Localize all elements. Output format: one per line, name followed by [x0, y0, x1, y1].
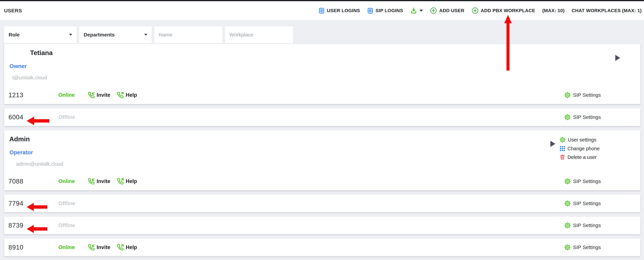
- gear-icon: [564, 244, 571, 251]
- gear-icon: [564, 114, 571, 120]
- chevron-down-icon: [420, 10, 423, 12]
- sip-logins-button[interactable]: SIP LOGINS: [367, 7, 403, 14]
- user-card-8910: 8910 Online Invite: [4, 239, 640, 256]
- user-logins-button[interactable]: USER LOGINS: [318, 7, 360, 14]
- gear-icon: [560, 137, 566, 143]
- pbx-workplace-max-label: (MAX: 10): [542, 8, 564, 13]
- sip-settings-button[interactable]: SIP Settings: [564, 244, 601, 251]
- departments-filter-label: Departments: [84, 32, 114, 38]
- workplace-filter-input[interactable]: [225, 26, 293, 43]
- change-phone-label: Change phone: [568, 146, 600, 151]
- sip-settings-button[interactable]: SIP Settings: [564, 222, 601, 229]
- user-role-link[interactable]: Operator: [10, 149, 33, 156]
- help-label: Help: [126, 244, 137, 250]
- export-download-button[interactable]: [410, 7, 423, 14]
- sip-settings-button[interactable]: SIP Settings: [564, 178, 601, 185]
- extension-row: 8910 Online Invite: [4, 239, 640, 256]
- invite-label: Invite: [97, 178, 110, 184]
- document-list-icon: [367, 7, 373, 14]
- chevron-down-icon: [69, 34, 72, 36]
- departments-filter-select[interactable]: Departments: [79, 26, 152, 43]
- phone-incoming-icon: [88, 244, 94, 251]
- status-badge: Offline: [58, 114, 75, 120]
- topbar: USERS USER LOGINS: [0, 1, 644, 20]
- phone-outgoing-icon: [117, 178, 124, 185]
- sip-settings-button[interactable]: SIP Settings: [564, 114, 601, 120]
- user-name: Admin: [9, 135, 30, 143]
- chevron-down-icon: [144, 34, 147, 36]
- invite-label: Invite: [97, 92, 110, 98]
- download-icon: [410, 7, 417, 14]
- window-top-edge: [0, 0, 644, 1]
- add-user-button[interactable]: ADD USER: [430, 7, 464, 14]
- extension-row: 7794 Offline SIP Settings: [4, 195, 640, 212]
- name-filter-input[interactable]: [154, 26, 222, 43]
- user-logins-label: USER LOGINS: [327, 8, 360, 13]
- phone-outgoing-icon: [117, 92, 124, 98]
- sip-settings-label: SIP Settings: [573, 114, 601, 120]
- user-card-7794: 7794 Offline SIP Settings: [4, 195, 640, 212]
- sip-settings-label: SIP Settings: [573, 92, 601, 98]
- help-call-button[interactable]: Help: [117, 92, 137, 98]
- expand-play-icon[interactable]: [615, 55, 620, 61]
- status-badge: Online: [58, 92, 75, 98]
- extension-row: 8739 Offline SIP Settings: [4, 217, 640, 234]
- extension-number: 8910: [8, 244, 24, 251]
- extension-number: 6004: [8, 114, 24, 121]
- gear-icon: [564, 200, 571, 207]
- status-badge: Offline: [58, 222, 75, 229]
- phone-incoming-icon: [88, 92, 94, 98]
- trash-icon: [560, 154, 565, 160]
- add-pbx-workplace-button[interactable]: ADD PBX WORKPLACE: [472, 7, 535, 14]
- user-settings-label: User settings: [568, 137, 596, 143]
- users-list: Tetiana Owner t@unitalk.cloud 1213 Onlin…: [0, 43, 644, 256]
- delete-user-menu-item[interactable]: Delete a user: [560, 154, 600, 160]
- user-card-tetiana: Tetiana Owner t@unitalk.cloud 1213 Onlin…: [4, 44, 640, 104]
- extension-row: 7088 Online Invite: [4, 174, 640, 188]
- sip-settings-label: SIP Settings: [573, 201, 601, 206]
- change-phone-menu-item[interactable]: Change phone: [560, 146, 600, 151]
- user-settings-menu-item[interactable]: User settings: [560, 137, 600, 143]
- extension-number: 7794: [8, 200, 24, 207]
- invite-call-button[interactable]: Invite: [88, 244, 110, 251]
- user-email: t@unitalk.cloud: [12, 75, 47, 80]
- keypad-grid-icon: [560, 146, 565, 151]
- sip-settings-label: SIP Settings: [573, 245, 601, 250]
- help-label: Help: [126, 178, 137, 184]
- gear-icon: [564, 222, 571, 229]
- invite-label: Invite: [97, 244, 110, 250]
- role-filter-label: Role: [8, 32, 20, 38]
- gear-icon: [564, 92, 571, 98]
- user-card-6004: 6004 Offline SIP Settings: [4, 108, 640, 126]
- help-call-button[interactable]: Help: [117, 244, 137, 251]
- chat-workplaces-button[interactable]: CHAT WORKPLACES (MAX: 1): [572, 8, 642, 13]
- page-title: USERS: [4, 8, 22, 13]
- gear-icon: [564, 178, 571, 185]
- user-role-link[interactable]: Owner: [10, 63, 27, 69]
- sip-settings-button[interactable]: SIP Settings: [564, 200, 601, 207]
- filters-bar: Role Departments: [0, 20, 644, 43]
- user-card-8739: 8739 Offline SIP Settings: [4, 217, 640, 234]
- sip-settings-label: SIP Settings: [573, 179, 601, 184]
- add-pbx-workplace-label: ADD PBX WORKPLACE: [481, 8, 535, 13]
- phone-outgoing-icon: [117, 244, 124, 251]
- plus-circle-icon: [430, 7, 437, 14]
- sip-settings-label: SIP Settings: [573, 223, 601, 228]
- phone-incoming-icon: [88, 178, 94, 185]
- user-card-admin: Admin Operator admin@unitalk.cloud User …: [4, 130, 640, 190]
- add-user-label: ADD USER: [439, 8, 464, 13]
- sip-settings-button[interactable]: SIP Settings: [564, 92, 601, 98]
- plus-circle-icon: [472, 7, 478, 14]
- extension-number: 7088: [8, 178, 24, 185]
- invite-call-button[interactable]: Invite: [88, 178, 110, 185]
- extension-number: 1213: [8, 91, 24, 99]
- sip-logins-label: SIP LOGINS: [376, 8, 403, 13]
- extension-row: 1213 Online Invite: [4, 88, 640, 102]
- delete-user-label: Delete a user: [568, 155, 597, 160]
- role-filter-select[interactable]: Role: [4, 26, 76, 43]
- extension-number: 8739: [8, 222, 24, 229]
- help-call-button[interactable]: Help: [117, 178, 137, 185]
- user-email: admin@unitalk.cloud: [16, 161, 63, 167]
- expand-play-icon[interactable]: [550, 141, 555, 147]
- invite-call-button[interactable]: Invite: [88, 92, 110, 98]
